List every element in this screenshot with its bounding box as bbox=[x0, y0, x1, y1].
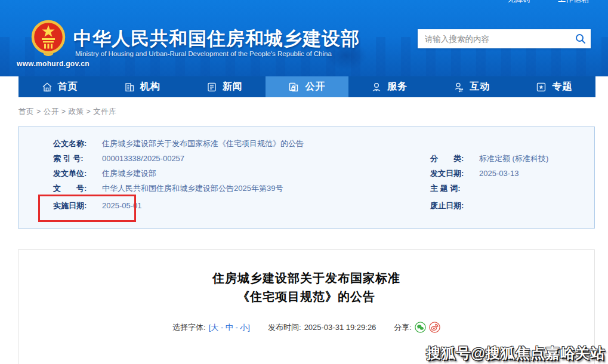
nav-label: 首页 bbox=[58, 81, 78, 93]
meta-row-category: 分 类: 标准定额 (标准科技) bbox=[430, 154, 548, 164]
meta-value: 2025-03-13 bbox=[479, 169, 519, 178]
sohu-watermark: 搜狐号@搜狐焦点嘉峪关站 bbox=[427, 344, 605, 363]
font-size-options[interactable]: [大 - 中 - 小] bbox=[209, 322, 250, 333]
meta-row-issue-date: 发文日期: 2025-03-13 bbox=[430, 169, 519, 178]
site-title: 中华人民共和国住房和城乡建设部 bbox=[73, 26, 360, 51]
nav-item-interaction[interactable]: 互动 bbox=[431, 76, 513, 97]
disclosure-icon bbox=[288, 82, 300, 92]
meta-label: 索 引 号: bbox=[53, 154, 97, 164]
meta-value: 住房城乡建设部 bbox=[102, 169, 156, 178]
news-icon bbox=[206, 82, 217, 92]
service-icon bbox=[371, 82, 382, 92]
mailbox-link[interactable]: 工作信箱 bbox=[558, 0, 589, 4]
share-icons bbox=[415, 322, 440, 333]
nav-label: 服务 bbox=[387, 81, 408, 93]
site-header: 无障碍 工作信箱 www.mohurd.gov.cn 中华人民共和国住房和城乡建… bbox=[0, 0, 608, 76]
meta-row-doc-no: 文 号: 中华人民共和国住房和城乡建设部公告2025年第39号 bbox=[53, 184, 283, 193]
nav-item-service[interactable]: 服务 bbox=[348, 76, 431, 97]
meta-value: 2025-05-01 bbox=[102, 201, 142, 211]
share-label: 分享: bbox=[394, 322, 412, 333]
mohurd-document-page: 无障碍 工作信箱 www.mohurd.gov.cn 中华人民共和国住房和城乡建… bbox=[0, 0, 608, 364]
font-size-control: 选择字体: [大 - 中 - 小] bbox=[172, 322, 250, 333]
search-box bbox=[418, 29, 591, 48]
meta-label: 实施日期: bbox=[53, 201, 97, 211]
share-control: 分享: bbox=[394, 322, 440, 333]
nav-label: 机构 bbox=[140, 81, 161, 93]
publish-time-label: 发布时间: bbox=[268, 322, 301, 333]
nav-item-organization[interactable]: 机构 bbox=[101, 76, 183, 97]
publish-time: 发布时间: 2025-03-31 19:29:26 bbox=[268, 322, 376, 333]
meta-label: 公文名称: bbox=[53, 139, 97, 149]
article-title: 住房城乡建设部关于发布国家标准 《住宅项目规范》的公告 bbox=[18, 269, 594, 306]
meta-row-index-no: 索 引 号: 000013338/2025-00257 bbox=[53, 154, 184, 164]
search-input[interactable] bbox=[418, 35, 570, 44]
meta-label: 废止日期: bbox=[430, 201, 474, 211]
wechat-share-icon[interactable] bbox=[415, 322, 426, 333]
nav-item-home[interactable]: 首页 bbox=[18, 76, 101, 97]
top-utility-bar: 无障碍 工作信箱 bbox=[482, 0, 589, 5]
nav-item-news[interactable]: 新闻 bbox=[183, 76, 266, 97]
site-subtitle-english: Ministry of Housing and Urban-Rural Deve… bbox=[75, 50, 332, 57]
weibo-share-icon[interactable] bbox=[429, 322, 440, 333]
meta-row-repeal-date: 废止日期: bbox=[430, 201, 479, 211]
national-emblem-logo bbox=[31, 19, 66, 60]
breadcrumb[interactable]: 首页 > 公开 > 政策 > 文件库 bbox=[18, 107, 116, 117]
site-url: www.mohurd.gov.cn bbox=[17, 60, 89, 68]
nav-label: 互动 bbox=[470, 81, 490, 93]
article-title-line2: 《住宅项目规范》的公告 bbox=[18, 288, 594, 306]
primary-nav: 首页 机构 新闻 公开 bbox=[18, 76, 595, 97]
meta-value: 住房城乡建设部关于发布国家标准《住宅项目规范》的公告 bbox=[102, 139, 304, 149]
interaction-icon bbox=[453, 82, 464, 92]
meta-row-subject: 主 题 词: bbox=[430, 184, 479, 193]
nav-item-topics[interactable]: 专题 bbox=[513, 76, 595, 97]
accessibility-link[interactable]: 无障碍 bbox=[507, 0, 530, 4]
meta-label: 发文单位: bbox=[53, 169, 97, 178]
meta-label: 分 类: bbox=[430, 154, 474, 164]
meta-value: 标准定额 (标准科技) bbox=[479, 154, 548, 164]
meta-label: 文 号: bbox=[53, 184, 97, 193]
meta-row-doc-name: 公文名称: 住房城乡建设部关于发布国家标准《住宅项目规范》的公告 bbox=[53, 139, 304, 149]
meta-value: 中华人民共和国住房和城乡建设部公告2025年第39号 bbox=[102, 184, 283, 193]
home-icon bbox=[42, 82, 53, 92]
document-meta-panel: 公文名称: 住房城乡建设部关于发布国家标准《住宅项目规范》的公告 索 引 号: … bbox=[18, 127, 595, 229]
meta-row-issuer: 发文单位: 住房城乡建设部 bbox=[53, 169, 156, 178]
nav-label: 公开 bbox=[305, 81, 325, 93]
topics-icon bbox=[536, 82, 547, 92]
article-controls-row: 选择字体: [大 - 中 - 小] 发布时间: 2025-03-31 19:29… bbox=[18, 322, 594, 333]
meta-label: 发文日期: bbox=[430, 169, 474, 178]
search-icon[interactable] bbox=[570, 29, 591, 48]
meta-row-impl-date: 实施日期: 2025-05-01 bbox=[53, 201, 142, 211]
organization-icon bbox=[124, 82, 135, 92]
nav-label: 专题 bbox=[552, 81, 572, 93]
meta-label: 主 题 词: bbox=[430, 184, 474, 193]
nav-item-disclosure[interactable]: 公开 bbox=[266, 76, 348, 97]
font-size-label: 选择字体: bbox=[172, 322, 206, 333]
meta-value: 000013338/2025-00257 bbox=[102, 154, 184, 164]
nav-label: 新闻 bbox=[223, 81, 243, 93]
article-title-line1: 住房城乡建设部关于发布国家标准 bbox=[18, 269, 594, 288]
publish-time-value: 2025-03-31 19:29:26 bbox=[304, 323, 376, 332]
